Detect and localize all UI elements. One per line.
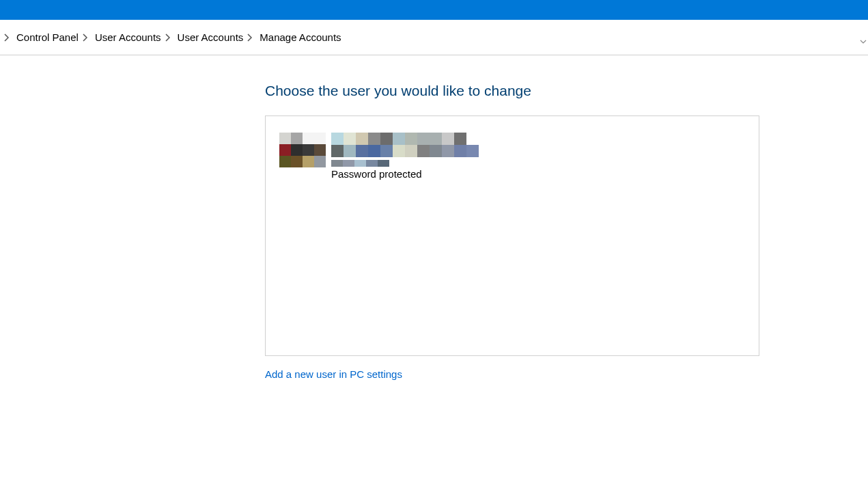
user-list-box: Password protected xyxy=(265,115,759,356)
breadcrumb-control-panel[interactable]: Control Panel xyxy=(15,29,80,46)
add-user-link[interactable]: Add a new user in PC settings xyxy=(265,368,402,380)
chevron-right-icon[interactable] xyxy=(83,33,88,42)
user-name-redacted xyxy=(331,133,479,157)
main-content: Choose the user you would like to change xyxy=(0,55,868,381)
chevron-right-icon[interactable] xyxy=(247,33,253,42)
page-title: Choose the user you would like to change xyxy=(265,83,868,99)
breadcrumb-user-accounts-2[interactable]: User Accounts xyxy=(176,29,245,46)
user-account-item[interactable]: Password protected xyxy=(279,133,745,180)
address-dropdown-icon[interactable] xyxy=(860,38,867,46)
avatar xyxy=(279,133,326,179)
user-type-redacted xyxy=(331,160,479,167)
user-details: Password protected xyxy=(331,133,479,180)
user-status: Password protected xyxy=(331,168,479,180)
breadcrumb-current: Manage Accounts xyxy=(258,29,342,46)
chevron-right-icon[interactable] xyxy=(165,33,171,42)
window-titlebar xyxy=(0,0,868,20)
breadcrumb: Control Panel User Accounts User Account… xyxy=(0,20,868,55)
chevron-right-icon[interactable] xyxy=(4,33,10,42)
breadcrumb-user-accounts-1[interactable]: User Accounts xyxy=(94,29,163,46)
